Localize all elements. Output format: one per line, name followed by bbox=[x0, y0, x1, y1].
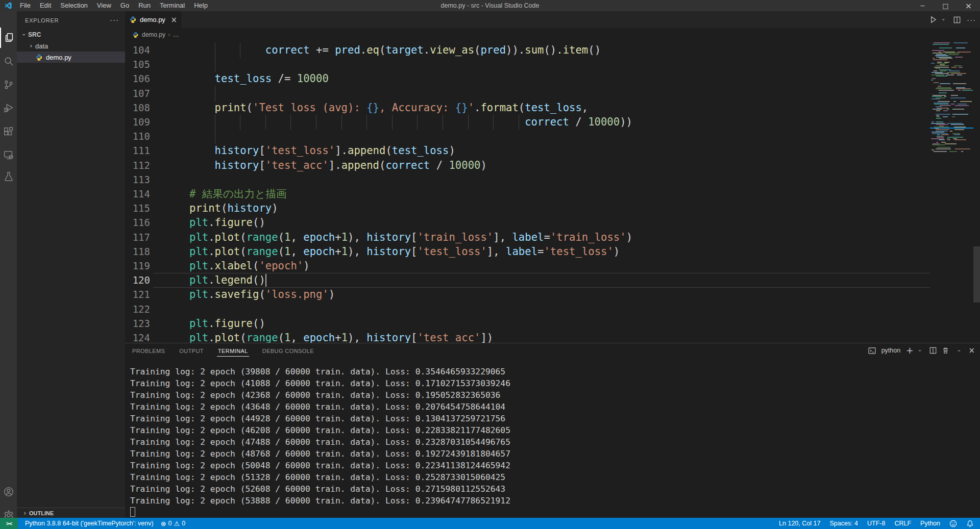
terminal-line: Training log: 2 epoch (41088 / 60000 tra… bbox=[130, 377, 510, 389]
line-number: 116 bbox=[125, 215, 150, 230]
tab-close-icon[interactable]: × bbox=[170, 15, 177, 24]
testing-icon[interactable] bbox=[0, 166, 17, 187]
code-line-122[interactable]: 122 bbox=[125, 302, 930, 317]
run-file-icon[interactable] bbox=[929, 16, 937, 23]
code-line-117[interactable]: 117plt.plot(range(1, epoch+1), history['… bbox=[125, 230, 930, 245]
maximize-icon[interactable]: □ bbox=[934, 0, 957, 11]
code-line-115[interactable]: 115print(history) bbox=[125, 201, 930, 216]
problems-status[interactable]: ⊗ 0 ⚠ 0 bbox=[161, 520, 185, 527]
breadcrumb-symbol[interactable]: … bbox=[173, 31, 179, 38]
new-terminal-icon[interactable]: + bbox=[906, 345, 913, 356]
search-icon[interactable] bbox=[0, 51, 17, 71]
code-line-106[interactable]: 106 test_loss /= 10000 bbox=[125, 71, 930, 86]
code-line-123[interactable]: 123plt.figure() bbox=[125, 316, 930, 331]
indent-guide bbox=[215, 115, 215, 130]
status-python[interactable]: Python bbox=[920, 520, 940, 527]
code-line-110[interactable]: 110 bbox=[125, 129, 930, 144]
line-text: plt.figure() bbox=[189, 316, 930, 331]
run-dropdown-icon[interactable]: › bbox=[940, 16, 947, 24]
code-line-124[interactable]: 124plt.plot(range(1, epoch+1), history['… bbox=[125, 331, 930, 343]
code-line-120[interactable]: 120plt.legend() bbox=[125, 273, 930, 288]
tab-demo-py[interactable]: demo.py × bbox=[125, 11, 181, 28]
code-line-111[interactable]: 111 history['test_loss'].append(test_los… bbox=[125, 143, 930, 158]
terminal-output[interactable]: Training log: 2 epoch (39808 / 60000 tra… bbox=[130, 358, 970, 518]
terminal-line: Training log: 2 epoch (47488 / 60000 tra… bbox=[130, 436, 510, 448]
split-editor-icon[interactable] bbox=[953, 16, 961, 23]
line-text: history['test_acc'].append(correct / 100… bbox=[189, 158, 930, 173]
terminal-profile-label[interactable]: python bbox=[881, 347, 901, 354]
breadcrumb[interactable]: demo.py › … bbox=[125, 28, 980, 41]
indent-guide bbox=[316, 115, 316, 130]
tree-root-src[interactable]: › SRC bbox=[17, 29, 125, 40]
indent-guide bbox=[341, 115, 342, 130]
status-ln-120-col-17[interactable]: Ln 120, Col 17 bbox=[779, 520, 820, 527]
code-line-116[interactable]: 116plt.figure() bbox=[125, 215, 930, 230]
python-interpreter-status[interactable]: Python 3.8.8 64-bit ('geekTimePytorch': … bbox=[25, 520, 154, 527]
maximize-panel-icon[interactable]: › bbox=[955, 346, 962, 355]
code-line-119[interactable]: 119plt.xlabel('epoch') bbox=[125, 259, 930, 273]
terminal-line: Training log: 2 epoch (44928 / 60000 tra… bbox=[130, 413, 505, 424]
menu-selection[interactable]: Selection bbox=[56, 0, 92, 11]
status-crlf[interactable]: CRLF bbox=[894, 520, 911, 527]
code-editor[interactable]: 104 correct += pred.eq(target.view_as(pr… bbox=[125, 41, 980, 343]
kill-terminal-trash-icon[interactable] bbox=[942, 347, 949, 354]
line-number: 123 bbox=[125, 316, 150, 331]
code-line-107[interactable]: 107 bbox=[125, 86, 930, 101]
minimize-icon[interactable]: ─ bbox=[911, 0, 934, 11]
code-line-121[interactable]: 121plt.savefig('loss.png') bbox=[125, 287, 930, 302]
indent-guide bbox=[240, 115, 240, 130]
outline-section[interactable]: › OUTLINE bbox=[17, 508, 125, 518]
code-line-114[interactable]: 114# 結果の出力と描画 bbox=[125, 187, 930, 201]
line-text bbox=[189, 86, 930, 101]
run-and-debug-icon[interactable] bbox=[0, 98, 17, 118]
status-spaces-4[interactable]: Spaces: 4 bbox=[829, 520, 858, 527]
code-line-104[interactable]: 104 correct += pred.eq(target.view_as(pr… bbox=[125, 43, 930, 58]
panel-tab-problems[interactable]: PROBLEMS bbox=[131, 345, 166, 357]
chevron-right-icon: › bbox=[21, 510, 29, 517]
menu-terminal[interactable]: Terminal bbox=[155, 0, 189, 11]
menu-view[interactable]: View bbox=[92, 0, 116, 11]
extensions-icon[interactable] bbox=[0, 121, 17, 142]
explorer-more-icon[interactable]: ··· bbox=[110, 15, 119, 24]
remote-indicator[interactable]: >< bbox=[0, 518, 18, 529]
code-line-113[interactable]: 113 bbox=[125, 172, 930, 187]
panel-tab-output[interactable]: OUTPUT bbox=[178, 345, 205, 357]
tree-item-demo-py[interactable]: demo.py bbox=[17, 52, 125, 63]
menu-help[interactable]: Help bbox=[189, 0, 212, 11]
menu-go[interactable]: Go bbox=[116, 0, 134, 11]
panel-tab-terminal[interactable]: TERMINAL bbox=[217, 345, 249, 357]
code-line-109[interactable]: 109 correct / 10000)) bbox=[125, 115, 930, 130]
line-number: 107 bbox=[125, 86, 150, 101]
python-file-icon bbox=[35, 54, 43, 61]
explorer-icon[interactable] bbox=[0, 28, 17, 48]
editor-scrollbar[interactable] bbox=[973, 246, 980, 303]
python-file-icon bbox=[129, 16, 137, 23]
line-text: plt.plot(range(1, epoch+1), history['tes… bbox=[189, 331, 930, 343]
code-line-108[interactable]: 108 print('Test loss (avg): {}, Accuracy… bbox=[125, 100, 930, 115]
breadcrumb-file[interactable]: demo.py bbox=[142, 31, 165, 38]
menu-file[interactable]: File bbox=[15, 0, 35, 11]
more-actions-icon[interactable]: ··· bbox=[967, 15, 976, 24]
status-utf-8[interactable]: UTF-8 bbox=[867, 520, 885, 527]
close-panel-icon[interactable]: × bbox=[968, 346, 975, 355]
minimap[interactable] bbox=[930, 41, 973, 163]
remote-explorer-icon[interactable] bbox=[0, 145, 17, 165]
source-control-icon[interactable] bbox=[0, 74, 17, 95]
menu-edit[interactable]: Edit bbox=[35, 0, 56, 11]
tree-item-data[interactable]: ›data bbox=[17, 40, 125, 52]
terminal-dropdown-icon[interactable]: › bbox=[917, 346, 923, 355]
panel-tab-debug-console[interactable]: DEBUG CONSOLE bbox=[261, 345, 315, 357]
account-icon[interactable] bbox=[0, 482, 17, 502]
terminal-line: Training log: 2 epoch (50048 / 60000 tra… bbox=[130, 460, 510, 471]
notifications-bell-icon[interactable] bbox=[966, 520, 974, 527]
feedback-smiley-icon[interactable] bbox=[949, 520, 957, 527]
code-line-105[interactable]: 105 bbox=[125, 57, 930, 72]
close-icon[interactable]: × bbox=[957, 0, 980, 11]
menu-run[interactable]: Run bbox=[134, 0, 155, 11]
code-line-112[interactable]: 112 history['test_acc'].append(correct /… bbox=[125, 158, 930, 173]
split-terminal-icon[interactable] bbox=[929, 347, 937, 354]
code-line-118[interactable]: 118plt.plot(range(1, epoch+1), history['… bbox=[125, 244, 930, 259]
root-folder-label: SRC bbox=[28, 31, 41, 38]
indent-guide bbox=[215, 129, 215, 144]
explorer-header: EXPLORER ··· bbox=[17, 11, 125, 29]
